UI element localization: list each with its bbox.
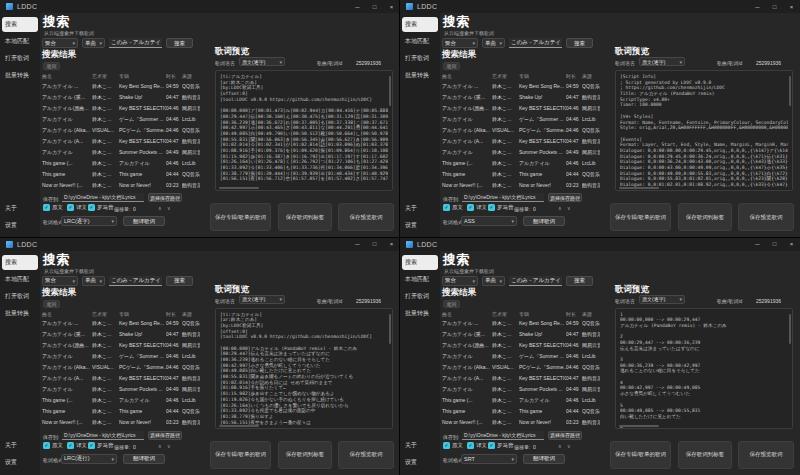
spin-up-icon[interactable]: ∧ (558, 443, 562, 449)
table-row[interactable]: This game (... 鈴木こ... アルカテイル 04:46 LrcLi… (42, 395, 200, 406)
back-button[interactable]: 返回 (443, 300, 460, 308)
back-button[interactable]: 返回 (43, 300, 60, 308)
horizontal-scrollbar[interactable] (219, 425, 259, 427)
checkbox-original[interactable]: ✓ 原文 (443, 442, 463, 449)
table-row[interactable]: アルカテイル (重... 鈴木こ... Shake Up! 04:47 酷狗音乐 (42, 91, 200, 102)
sidebar-item-batch-convert[interactable]: 批量转换 (402, 306, 438, 321)
spin-down-icon[interactable]: ∨ (567, 205, 571, 211)
translate-lyrics-button[interactable]: 翻译歌词 (123, 454, 165, 464)
choose-path-button[interactable]: 选择保存路径 (548, 431, 582, 440)
sidebar-item-search[interactable]: 搜索 (2, 17, 38, 32)
sidebar-item-search[interactable]: 搜索 (2, 255, 38, 270)
minimize-button[interactable]: ─ (349, 238, 366, 251)
sidebar-item-batch-convert[interactable]: 批量转换 (402, 68, 438, 83)
checkbox-original[interactable]: ✓ 原文 (443, 204, 463, 211)
sidebar-item-settings[interactable]: 设置 (2, 455, 38, 470)
table-row[interactable]: アルカテイル(原曲... 鈴木こ... Key BEST SELECTION 0… (442, 340, 600, 351)
table-row[interactable]: アルカテイル (重... 鈴木こ... Shake Up! 04:47 酷狗音乐 (42, 329, 200, 340)
sidebar-item-search[interactable]: 搜索 (402, 255, 438, 270)
sidebar-item-local-match[interactable]: 本地匹配 (402, 34, 438, 49)
table-row[interactable]: Now or Never!! (... 鈴木こ... Now or Never!… (442, 179, 600, 190)
table-row[interactable]: アルカテイル ... 鈴木こ... Key Best Song Re... 04… (442, 80, 600, 91)
lyrics-format-select[interactable]: SRT ▾ (461, 454, 517, 464)
table-row[interactable]: This game (... 鈴木こ... アルカテイル 04:46 LrcLi… (442, 157, 600, 168)
table-row[interactable]: アルカテイル 鈴木こ... ゲーム「Summer ... 04:46 LrcLi… (442, 113, 600, 124)
save-lyrics-to-tag-button[interactable]: 保存歌词到标签 (278, 203, 332, 231)
back-button[interactable]: 返回 (443, 62, 460, 70)
close-button[interactable]: × (383, 238, 400, 251)
save-album-lyrics-button[interactable]: 保存专辑/歌单的歌词 (210, 203, 271, 231)
vertical-scrollbar[interactable] (789, 314, 791, 344)
sidebar-item-open-lyrics[interactable]: 打开歌词 (402, 289, 438, 304)
lyrics-format-select[interactable]: LRC(逐字) ▾ (61, 216, 117, 226)
titlebar[interactable]: LDDC ─ □ × (400, 238, 800, 251)
maximize-button[interactable]: □ (366, 238, 383, 251)
search-type-select[interactable]: 单曲 ▾ (82, 276, 105, 286)
table-row[interactable]: アルカテイル ... 鈴木こ... Key Best Song Re... 04… (42, 80, 200, 91)
translate-lyrics-button[interactable]: 翻译歌词 (123, 216, 165, 226)
save-album-lyrics-button[interactable]: 保存专辑/歌单的歌词 (610, 203, 671, 231)
save-path-input[interactable] (62, 431, 144, 440)
table-row[interactable]: This game 鈴木こ... This game 04:44 QQ音乐 (42, 406, 200, 417)
spin-up-icon[interactable]: ∧ (158, 443, 162, 449)
table-row[interactable]: This game 鈴木こ... This game 04:44 QQ音乐 (442, 406, 600, 417)
sidebar-item-open-lyrics[interactable]: 打开歌词 (2, 51, 38, 66)
search-type-select[interactable]: 单曲 ▾ (482, 276, 505, 286)
minimize-button[interactable]: ─ (349, 0, 366, 13)
checkbox-translation[interactable]: ✓ 译文 (67, 204, 87, 211)
translate-lyrics-button[interactable]: 翻译歌词 (523, 454, 565, 464)
lyrics-preview[interactable]: [ti:アルカテイル] [ar:鈴木このみ] [by:LDDC歌词工具] [of… (215, 70, 393, 191)
lyrics-language-select[interactable]: 原文(逐字) ▾ (639, 57, 685, 66)
close-button[interactable]: × (383, 0, 400, 13)
checkbox-romaji[interactable]: ✓ 罗马音 (88, 204, 114, 211)
table-row[interactable]: アルカテイル 鈴木こ... Summer Pockets ... 04:49 网… (442, 384, 600, 395)
table-row[interactable]: アルカテイル(原曲... 鈴木こ... Key BEST SELECTION 0… (42, 340, 200, 351)
spin-down-icon[interactable]: ∨ (167, 443, 171, 449)
maximize-button[interactable]: □ (766, 0, 783, 13)
search-button[interactable]: 搜索 (566, 38, 593, 48)
save-path-input[interactable] (62, 193, 144, 202)
table-row[interactable]: アルカテイル (A... 鈴木こ... Key BEST SELECTION 0… (42, 135, 200, 146)
spin-up-icon[interactable]: ∧ (158, 205, 162, 211)
spin-down-icon[interactable]: ∨ (567, 443, 571, 449)
sidebar-item-search[interactable]: 搜索 (402, 17, 438, 32)
lyrics-language-select[interactable]: 原文(逐字) ▾ (639, 295, 685, 304)
sidebar-item-batch-convert[interactable]: 批量转换 (2, 306, 38, 321)
search-button[interactable]: 搜索 (166, 38, 193, 48)
table-row[interactable]: アルカテイル (Alka... VISUAL... PCゲーム「Summe...… (442, 124, 600, 135)
checkbox-romaji[interactable]: ✓ 罗马音 (488, 204, 514, 211)
checkbox-romaji[interactable]: ✓ 罗马音 (88, 442, 114, 449)
save-lyrics-to-tag-button[interactable]: 保存歌词到标签 (678, 441, 732, 469)
table-row[interactable]: アルカテイル 鈴木こ... ゲーム「Summer ... 04:46 LrcLi… (42, 113, 200, 124)
table-row[interactable]: アルカテイル (A... 鈴木こ... Key BEST SELECTION 0… (42, 373, 200, 384)
sidebar-item-settings[interactable]: 设置 (402, 218, 438, 233)
choose-path-button[interactable]: 选择保存路径 (548, 193, 582, 202)
table-row[interactable]: アルカテイル 鈴木こ... ゲーム「Summer ... 04:46 LrcLi… (442, 351, 600, 362)
search-keyword-input[interactable] (109, 38, 162, 48)
search-source-select[interactable]: 聚合 ▾ (42, 276, 78, 286)
vertical-scrollbar[interactable] (389, 314, 391, 344)
table-row[interactable]: アルカテイル 鈴木こ... Summer Pockets ... 04:49 网… (42, 146, 200, 157)
offset-value[interactable]: 0 (133, 444, 136, 450)
sidebar-item-local-match[interactable]: 本地匹配 (2, 34, 38, 49)
sidebar-item-local-match[interactable]: 本地匹配 (402, 272, 438, 287)
sidebar-item-settings[interactable]: 设置 (402, 455, 438, 470)
offset-value[interactable]: 0 (533, 444, 536, 450)
offset-value[interactable]: 0 (533, 206, 536, 212)
sidebar-item-about[interactable]: 关于 (2, 438, 38, 453)
lyrics-language-select[interactable]: 原文(逐字) ▾ (239, 57, 285, 66)
choose-path-button[interactable]: 选择保存路径 (148, 193, 182, 202)
spin-down-icon[interactable]: ∨ (167, 205, 171, 211)
search-type-select[interactable]: 单曲 ▾ (482, 38, 505, 48)
back-button[interactable]: 返回 (43, 62, 60, 70)
lyrics-preview[interactable]: 1 00:00:00,000 --> 00:00:29,447 アルカテイル (… (615, 308, 793, 429)
search-source-select[interactable]: 聚合 ▾ (42, 38, 78, 48)
table-row[interactable]: This game (... 鈴木こ... アルカテイル 04:46 LrcLi… (42, 157, 200, 168)
save-preview-lyrics-button[interactable]: 保存预览歌词 (738, 441, 794, 469)
horizontal-scrollbar[interactable] (619, 425, 659, 427)
horizontal-scrollbar[interactable] (619, 187, 659, 189)
table-row[interactable]: Now or Never!! (... 鈴木こ... Now or Never!… (42, 417, 200, 428)
table-row[interactable]: アルカテイル (Alka... VISUAL... PCゲーム「Summe...… (442, 362, 600, 373)
sidebar-item-about[interactable]: 关于 (402, 201, 438, 216)
sidebar-item-about[interactable]: 关于 (402, 438, 438, 453)
